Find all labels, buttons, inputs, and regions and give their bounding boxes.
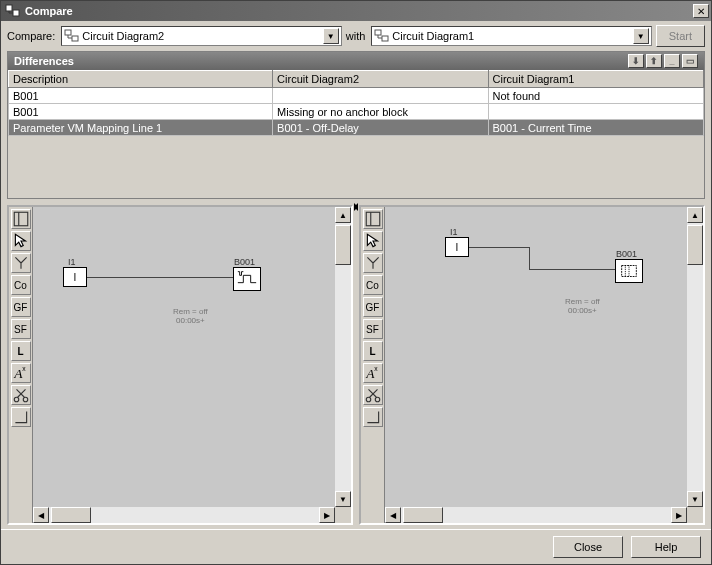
restore-icon[interactable]: ▭: [682, 54, 698, 68]
differences-table: Description Circuit Diagram2 Circuit Dia…: [8, 70, 704, 198]
pointer-icon[interactable]: [11, 231, 31, 251]
scroll-down-icon[interactable]: ▼: [335, 491, 351, 507]
combo-left[interactable]: Circuit Diagram2 ▼: [61, 26, 341, 46]
block-note: Rem = off00:00s+: [173, 307, 208, 325]
svg-point-9: [14, 397, 19, 402]
chevron-down-icon[interactable]: ▼: [633, 28, 649, 44]
input-block[interactable]: I: [445, 237, 469, 257]
svg-point-14: [366, 397, 371, 402]
window-title: Compare: [25, 5, 693, 17]
text-tool-icon[interactable]: Ax: [363, 363, 383, 383]
vertical-scrollbar[interactable]: ▲ ▼: [335, 207, 351, 507]
right-pane: Co GF SF L Ax I1 I B001: [359, 205, 705, 525]
differences-header: Differences ⬇ ⬆ _ ▭: [8, 52, 704, 70]
svg-rect-1: [13, 10, 19, 16]
constants-button[interactable]: Co: [363, 275, 383, 295]
arrow-down-icon[interactable]: ⬇: [628, 54, 644, 68]
wire: [87, 277, 237, 278]
footer: Close Help: [1, 529, 711, 564]
close-icon[interactable]: ✕: [693, 4, 709, 18]
diagram-panes: Co GF SF L Ax I1 I B001 Rem: [7, 205, 705, 525]
scroll-up-icon[interactable]: ▲: [335, 207, 351, 223]
scroll-up-icon[interactable]: ▲: [687, 207, 703, 223]
svg-point-15: [375, 397, 380, 402]
canvas-right[interactable]: I1 I B001 Rem = off00:00s+: [385, 207, 703, 523]
constants-button[interactable]: Co: [11, 275, 31, 295]
help-button[interactable]: Help: [631, 536, 701, 558]
svg-rect-3: [72, 36, 78, 41]
function-block[interactable]: [233, 267, 261, 291]
input-label: I1: [68, 257, 76, 267]
cut-icon[interactable]: [363, 385, 383, 405]
col-description[interactable]: Description: [9, 71, 273, 88]
wire: [529, 269, 615, 270]
table-row[interactable]: Parameter VM Mapping Line 1 B001 - Off-D…: [9, 120, 704, 136]
wire: [529, 247, 530, 269]
minimize-icon[interactable]: _: [664, 54, 680, 68]
close-button[interactable]: Close: [553, 536, 623, 558]
svg-rect-0: [6, 5, 12, 11]
text-tool-icon[interactable]: Ax: [11, 363, 31, 383]
svg-text:x: x: [374, 365, 378, 372]
with-label: with: [346, 30, 366, 42]
wire: [469, 247, 529, 248]
block-label: B001: [234, 257, 255, 267]
canvas-right-wrap: I1 I B001 Rem = off00:00s+ ▲: [385, 207, 703, 523]
scroll-left-icon[interactable]: ◀: [385, 507, 401, 523]
toolbox-left: Co GF SF L Ax: [9, 207, 33, 523]
horizontal-scrollbar[interactable]: ◀ ▶: [33, 507, 335, 523]
toolbox-right: Co GF SF L Ax: [361, 207, 385, 523]
connect-icon[interactable]: [11, 253, 31, 273]
popout-icon[interactable]: [11, 209, 31, 229]
function-block[interactable]: [615, 259, 643, 283]
input-block[interactable]: I: [63, 267, 87, 287]
block-note: Rem = off00:00s+: [565, 297, 600, 315]
horizontal-scrollbar[interactable]: ◀ ▶: [385, 507, 687, 523]
compare-selector-row: Compare: Circuit Diagram2 ▼ with Circuit…: [1, 21, 711, 51]
col-diagram1[interactable]: Circuit Diagram1: [488, 71, 703, 88]
combo-right-value: Circuit Diagram1: [392, 30, 632, 42]
popout-icon[interactable]: [363, 209, 383, 229]
block-label: B001: [616, 249, 637, 259]
special-functions-button[interactable]: SF: [11, 319, 31, 339]
scroll-right-icon[interactable]: ▶: [319, 507, 335, 523]
differences-title: Differences: [14, 55, 74, 67]
table-row[interactable]: B001 Not found: [9, 88, 704, 104]
compare-label: Compare:: [7, 30, 55, 42]
svg-text:x: x: [22, 365, 26, 372]
svg-rect-4: [375, 30, 381, 35]
pointer-icon[interactable]: [363, 231, 383, 251]
svg-rect-5: [382, 36, 388, 41]
combo-left-value: Circuit Diagram2: [82, 30, 322, 42]
corner-icon[interactable]: [11, 407, 31, 427]
scroll-down-icon[interactable]: ▼: [687, 491, 703, 507]
l-button[interactable]: L: [11, 341, 31, 361]
input-label: I1: [450, 227, 458, 237]
arrow-up-icon[interactable]: ⬆: [646, 54, 662, 68]
svg-rect-6: [14, 212, 28, 226]
combo-right[interactable]: Circuit Diagram1 ▼: [371, 26, 651, 46]
start-button[interactable]: Start: [656, 25, 705, 47]
col-diagram2[interactable]: Circuit Diagram2: [273, 71, 488, 88]
diagram-icon: [64, 28, 80, 44]
table-row[interactable]: B001 Missing or no anchor block: [9, 104, 704, 120]
corner-icon[interactable]: [363, 407, 383, 427]
canvas-left[interactable]: I1 I B001 Rem = off00:00s+: [33, 207, 351, 523]
svg-point-10: [23, 397, 28, 402]
differences-panel: Differences ⬇ ⬆ _ ▭ Description Circuit …: [7, 51, 705, 199]
compare-window: Compare ✕ Compare: Circuit Diagram2 ▼ wi…: [0, 0, 712, 565]
scroll-right-icon[interactable]: ▶: [671, 507, 687, 523]
cut-icon[interactable]: [11, 385, 31, 405]
scroll-left-icon[interactable]: ◀: [33, 507, 49, 523]
basic-functions-button[interactable]: GF: [363, 297, 383, 317]
app-icon: [5, 3, 21, 19]
connect-icon[interactable]: [363, 253, 383, 273]
basic-functions-button[interactable]: GF: [11, 297, 31, 317]
chevron-down-icon[interactable]: ▼: [323, 28, 339, 44]
l-button[interactable]: L: [363, 341, 383, 361]
svg-rect-11: [366, 212, 380, 226]
special-functions-button[interactable]: SF: [363, 319, 383, 339]
vertical-scrollbar[interactable]: ▲ ▼: [687, 207, 703, 507]
left-pane: Co GF SF L Ax I1 I B001 Rem: [7, 205, 353, 525]
canvas-left-wrap: I1 I B001 Rem = off00:00s+ ▲ ▼: [33, 207, 351, 523]
